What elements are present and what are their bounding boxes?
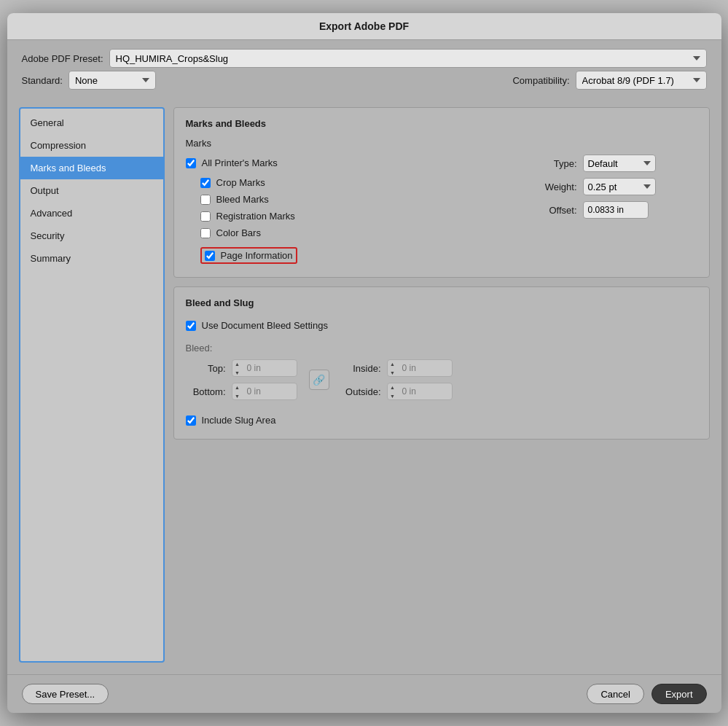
all-printers-checkbox[interactable] [186,158,196,168]
color-bars-label: Color Bars [216,227,261,238]
use-document-bleed-checkbox[interactable] [186,321,196,331]
registration-marks-checkbox[interactable] [200,211,211,222]
marks-subsection-label: Marks [186,138,697,149]
crop-marks-checkbox[interactable] [200,178,211,188]
weight-select[interactable]: 0.25 pt [583,178,656,195]
bleed-marks-checkbox[interactable] [200,195,211,205]
offset-input[interactable] [583,201,649,219]
preset-select[interactable]: HQ_HUMIRA_Crops&Slug [109,49,707,68]
bottom-spinner-down[interactable]: ▼ [232,391,243,400]
chain-icon: 🔗 [313,374,325,386]
all-printers-label: All Printer's Marks [202,157,278,168]
compatibility-select[interactable]: Acrobat 8/9 (PDF 1.7) [576,71,707,90]
bleed-marks-label: Bleed Marks [216,194,269,205]
dialog-title: Export Adobe PDF [7,13,721,40]
bottom-value: 0 in [244,386,264,397]
color-bars-checkbox[interactable] [200,228,211,238]
outside-spinner-down[interactable]: ▼ [388,391,398,400]
standard-label: Standard: [22,75,63,86]
top-spinner-down[interactable]: ▼ [232,368,243,377]
outside-spinner-up[interactable]: ▲ [388,383,398,391]
sidebar: General Compression Marks and Bleeds Out… [19,107,165,663]
type-select[interactable]: Default [583,155,656,172]
spacer [173,448,710,663]
offset-label: Offset: [537,205,577,216]
outside-label: Outside: [341,386,381,397]
bleed-slug-panel: Bleed and Slug Use Document Bleed Settin… [173,286,710,440]
main-content: Marks and Bleeds Marks All Printer's Mar… [173,107,710,663]
export-pdf-dialog: Export Adobe PDF Adobe PDF Preset: HQ_HU… [7,13,721,713]
sidebar-item-marks-bleeds[interactable]: Marks and Bleeds [20,157,163,179]
top-label: Top: [186,363,226,374]
dialog-footer: Save Preset... Cancel Export [7,674,721,713]
use-document-bleed-label: Use Document Bleed Settings [202,320,328,331]
link-icon-button[interactable]: 🔗 [309,370,329,390]
confirm-buttons: Cancel Export [587,684,706,704]
marks-bleeds-title: Marks and Bleeds [186,118,697,129]
include-slug-label: Include Slug Area [202,415,276,426]
sidebar-item-general[interactable]: General [20,112,163,134]
top-value: 0 in [244,363,264,373]
bleed-label: Bleed: [186,343,697,354]
page-information-checkbox[interactable] [205,251,215,261]
save-preset-button[interactable]: Save Preset... [22,684,109,704]
sidebar-item-security[interactable]: Security [20,225,163,247]
inside-label: Inside: [341,363,381,374]
cancel-button[interactable]: Cancel [587,684,643,704]
bottom-spinner-up[interactable]: ▲ [232,383,243,391]
preset-label: Adobe PDF Preset: [22,53,103,64]
sidebar-item-compression[interactable]: Compression [20,134,163,157]
sidebar-item-summary[interactable]: Summary [20,247,163,270]
inside-spinner-up[interactable]: ▲ [388,359,398,368]
compatibility-label: Compatibility: [512,75,569,86]
registration-marks-label: Registration Marks [216,211,295,222]
inside-input-wrapper: ▲ ▼ 0 in [387,359,453,377]
weight-label: Weight: [537,182,577,192]
sidebar-item-advanced[interactable]: Advanced [20,202,163,225]
marks-bleeds-panel: Marks and Bleeds Marks All Printer's Mar… [173,107,710,278]
export-button[interactable]: Export [651,684,707,704]
outside-value: 0 in [399,386,419,397]
type-label: Type: [537,158,577,169]
bottom-label: Bottom: [186,386,226,397]
bottom-input-wrapper: ▲ ▼ 0 in [232,383,297,400]
inside-value: 0 in [399,363,419,373]
top-input-wrapper: ▲ ▼ 0 in [232,359,297,377]
inside-spinner-down[interactable]: ▼ [388,368,398,377]
include-slug-checkbox[interactable] [186,415,196,426]
page-info-highlight-box: Page Information [200,247,297,264]
outside-input-wrapper: ▲ ▼ 0 in [387,383,453,400]
sidebar-item-output[interactable]: Output [20,179,163,202]
bleed-slug-title: Bleed and Slug [186,297,697,308]
standard-select[interactable]: None [69,71,156,90]
top-spinner-up[interactable]: ▲ [232,359,243,368]
crop-marks-label: Crop Marks [216,177,265,188]
page-information-label: Page Information [221,250,293,261]
